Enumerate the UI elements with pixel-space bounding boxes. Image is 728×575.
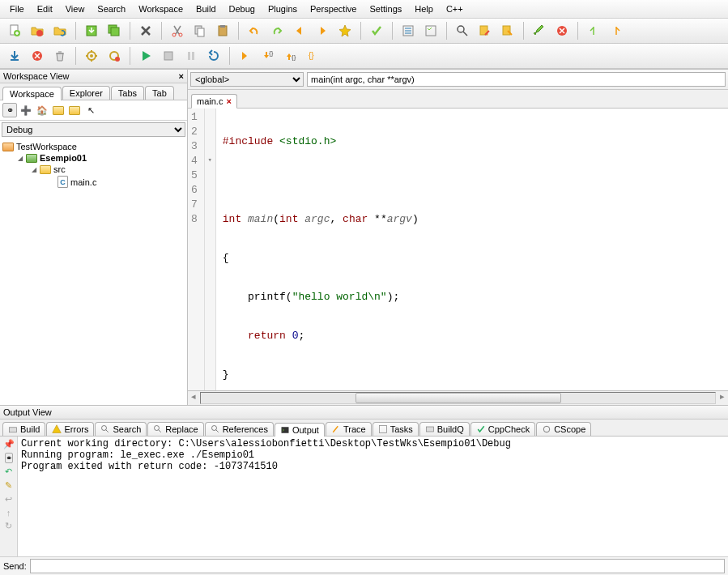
tab-references[interactable]: References xyxy=(205,422,274,436)
brush-icon[interactable]: ✎ xyxy=(5,480,12,491)
fold-icon[interactable]: ▾ xyxy=(205,152,215,167)
refresh-button[interactable] xyxy=(50,21,70,40)
code-editor[interactable]: 12345678 ▾ #include <stdio.h> int main(i… xyxy=(188,109,728,390)
check-button[interactable] xyxy=(367,21,386,40)
trash-button[interactable] xyxy=(50,46,70,66)
add-icon[interactable]: ➕ xyxy=(19,103,33,117)
step-into-button[interactable]: {} xyxy=(258,46,278,66)
expander-icon[interactable]: ◢ xyxy=(30,166,37,173)
pointer-icon[interactable]: ↖ xyxy=(83,103,98,117)
tree-project[interactable]: ◢ Esempio01 xyxy=(2,152,185,164)
close-button[interactable] xyxy=(136,21,155,40)
arrow-up-icon[interactable]: ↑ xyxy=(6,508,11,518)
task-list-button[interactable] xyxy=(421,21,441,40)
expander-icon[interactable]: ◢ xyxy=(16,155,23,162)
menu-perspective[interactable]: Perspective xyxy=(304,2,363,16)
new-file-button[interactable] xyxy=(5,21,24,40)
save-button[interactable] xyxy=(82,21,101,40)
tab-explorer[interactable]: Explorer xyxy=(62,86,110,100)
reload-icon[interactable]: ↻ xyxy=(5,521,12,531)
step-right-button[interactable] xyxy=(607,21,626,40)
copy-button[interactable] xyxy=(190,21,210,40)
tree-root-label: TestWorkspace xyxy=(16,142,77,151)
menu-plugins[interactable]: Plugins xyxy=(262,2,304,16)
bookmark-button[interactable] xyxy=(335,21,355,40)
run-button[interactable] xyxy=(136,46,155,66)
wrap-icon[interactable]: ↩ xyxy=(5,494,12,505)
cut-button[interactable] xyxy=(168,21,187,40)
tab-replace[interactable]: Replace xyxy=(147,422,203,436)
link-icon[interactable]: ⚭ xyxy=(5,453,13,463)
menu-help[interactable]: Help xyxy=(408,2,440,16)
stop-button[interactable] xyxy=(159,46,178,66)
tab-build[interactable]: Build xyxy=(2,422,45,436)
link-icon[interactable]: ⚭ xyxy=(2,103,17,117)
svg-rect-25 xyxy=(192,52,194,60)
tab-cscope[interactable]: CScope xyxy=(536,422,591,436)
restart-button[interactable] xyxy=(204,46,224,66)
save-all-button[interactable] xyxy=(104,21,124,40)
tab-output[interactable]: Output xyxy=(275,423,325,437)
paste-button[interactable] xyxy=(213,21,232,40)
menu-workspace[interactable]: Workspace xyxy=(132,2,189,16)
home-icon[interactable]: 🏠 xyxy=(35,103,49,117)
find-button[interactable] xyxy=(453,21,472,40)
menu-debug[interactable]: Debug xyxy=(223,2,262,16)
tab-workspace[interactable]: Workspace xyxy=(2,87,62,100)
tab-trace[interactable]: Trace xyxy=(326,422,372,436)
config-selector[interactable]: Debug xyxy=(2,122,185,137)
step-left-button[interactable] xyxy=(584,21,603,40)
pause-button[interactable] xyxy=(181,46,201,66)
goto-icon[interactable] xyxy=(67,103,82,117)
undo-button[interactable] xyxy=(245,21,264,40)
menu-view[interactable]: View xyxy=(59,2,92,16)
tab-tabs[interactable]: Tabs xyxy=(111,86,144,100)
code-content[interactable]: #include <stdio.h> int main(int argc, ch… xyxy=(216,109,425,390)
pin-icon[interactable]: 📌 xyxy=(3,439,15,449)
menu-build[interactable]: Build xyxy=(189,2,222,16)
highlight-button[interactable] xyxy=(530,21,549,40)
step-out-button[interactable]: {} xyxy=(281,46,300,66)
scrollbar-thumb[interactable] xyxy=(355,393,561,403)
back-button[interactable] xyxy=(290,21,309,40)
tree-root[interactable]: TestWorkspace xyxy=(2,141,185,152)
tree-file[interactable]: C main.c xyxy=(2,175,185,189)
undo-icon[interactable]: ↶ xyxy=(5,466,12,477)
editor-hscrollbar[interactable]: ◂ ▸ xyxy=(188,390,728,405)
collapse-icon[interactable] xyxy=(51,103,66,117)
scope-selector[interactable]: <global> xyxy=(190,72,304,87)
step-next-button[interactable]: {} xyxy=(304,46,323,66)
menu-search[interactable]: Search xyxy=(91,2,132,16)
workspace-tree[interactable]: TestWorkspace ◢ Esempio01 ◢ src C main.c xyxy=(0,138,187,405)
tree-src[interactable]: ◢ src xyxy=(2,164,185,175)
tab-tab[interactable]: Tab xyxy=(145,86,174,100)
tab-cppcheck[interactable]: CppCheck xyxy=(470,422,535,436)
toggle-bookmark-button[interactable] xyxy=(398,21,418,40)
close-tab-icon[interactable]: × xyxy=(226,96,231,106)
open-file-button[interactable] xyxy=(28,21,47,40)
forward-button[interactable] xyxy=(313,21,332,40)
cancel-button[interactable] xyxy=(552,21,572,40)
tab-buildq[interactable]: BuildQ xyxy=(419,422,470,436)
download-button[interactable] xyxy=(5,46,24,66)
menu-file[interactable]: File xyxy=(3,2,31,16)
build-button[interactable] xyxy=(82,46,101,66)
tab-errors[interactable]: Errors xyxy=(46,422,94,436)
svg-rect-24 xyxy=(188,52,190,60)
clean-button[interactable] xyxy=(104,46,124,66)
step-over-button[interactable] xyxy=(236,46,255,66)
close-panel-icon[interactable]: × xyxy=(179,71,184,81)
editor-tab-main[interactable]: main.c × xyxy=(191,94,237,109)
tab-tasks[interactable]: Tasks xyxy=(373,422,419,436)
replace-button[interactable] xyxy=(498,21,517,40)
tab-search[interactable]: Search xyxy=(95,422,147,436)
menu-settings[interactable]: Settings xyxy=(364,2,409,16)
function-selector[interactable]: main(int argc, char **argv) xyxy=(307,72,726,87)
stop-debug-button[interactable] xyxy=(28,46,47,66)
redo-button[interactable] xyxy=(267,21,287,40)
find-in-files-button[interactable] xyxy=(475,21,495,40)
menu-cpp[interactable]: C++ xyxy=(440,2,470,16)
output-text[interactable]: Current working directory: C:\Users\ales… xyxy=(18,437,728,556)
menu-edit[interactable]: Edit xyxy=(31,2,59,16)
send-input[interactable] xyxy=(30,559,725,573)
